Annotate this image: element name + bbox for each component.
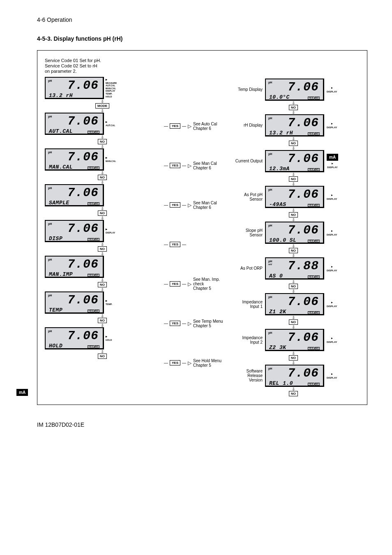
lcd-display: pH 7.06 -49AS YESNO	[265, 186, 324, 208]
lcd-sub-value: HOLD	[49, 343, 62, 349]
lcd-sub-value: 12.3mA	[269, 166, 290, 172]
key-no: NO	[98, 318, 107, 323]
display-tag: DISPLAY	[327, 126, 337, 129]
intro-line: on parameter 2.	[45, 69, 360, 74]
mode-indicator: ▸TEMP.	[106, 299, 112, 305]
display-tag: DISPLAY	[327, 198, 337, 200]
lcd-display: pH 7.06 13.2 rH	[45, 77, 104, 99]
key-no: NO	[289, 355, 298, 361]
lcd-main-value: 7.06	[269, 188, 320, 201]
key-no: NO	[289, 248, 298, 253]
key-yes: YES	[170, 202, 180, 208]
lcd-sub-value: SAMPLE	[49, 200, 69, 206]
lcd-main-value: 7.06	[49, 79, 99, 92]
lcd-sub-value: Z1 2K	[269, 309, 286, 315]
lcd-display: pH 7.06 100.0 SL YESNO	[265, 222, 324, 244]
mode-indicator: ▸DISPLAY	[106, 227, 115, 234]
key-yes: YES	[170, 242, 180, 247]
key-no: NO	[98, 282, 107, 287]
display-tag: DISPLAY	[327, 269, 337, 272]
display-label: Software Release Version	[234, 369, 263, 382]
lcd-main-value: 7.06	[49, 294, 99, 306]
display-tag: DISPLAY	[327, 341, 337, 343]
display-label: rH Display	[234, 123, 263, 127]
key-no: NO	[289, 391, 298, 396]
flowchart-container: Service Code 01 Set for pH. Service Code…	[37, 50, 367, 405]
lcd-display: pH 7.06 TEMP YESNO	[45, 291, 104, 314]
flow-ref: See Man Cal Chapter 6	[193, 201, 217, 210]
lcd-display: pH 7.06 MAN.IMP YESNO	[45, 256, 104, 278]
lcd-display: pH 7.06 DISP YESNO	[45, 220, 104, 242]
lcd-display: pH 7.06 HOLD YESNO	[45, 327, 104, 349]
lcd-sub-value: AUT.CAL	[49, 128, 73, 134]
lcd-main-value: 7.06	[49, 222, 99, 235]
key-yes: YES	[170, 123, 180, 129]
lcd-main-value: 7.06	[49, 330, 99, 342]
lcd-sub-value: 100.0 SL	[269, 237, 296, 243]
lcd-display: pH 7.06 Z1 2K YESNO	[265, 293, 324, 315]
lcd-display: pH 7.06 SAMPLE YESNO	[45, 184, 104, 206]
lcd-main-value: 7.88	[269, 260, 320, 272]
display-tag: DISPLAY	[327, 234, 337, 236]
ma-badge-left: mA	[16, 389, 28, 396]
lcd-main-value: 7.06	[269, 296, 320, 308]
display-tag: DISPLAY	[327, 305, 337, 308]
lcd-main-value: 7.06	[269, 153, 320, 165]
key-yes: YES	[170, 360, 180, 365]
lcd-display: pH 7.06 REL 1.0 YESNO	[265, 365, 324, 387]
lcd-sub-value: Z2 3K	[269, 345, 286, 351]
display-label: Slope pH Sensor	[234, 228, 263, 237]
lcd-sub-value: 10.0°C	[269, 94, 290, 100]
key-no: NO	[98, 210, 107, 216]
key-no: NO	[289, 105, 298, 110]
lcd-main-value: 7.06	[49, 115, 99, 127]
intro-line: Service Code 01 Set for pH.	[45, 58, 360, 63]
flow-ref: See Auto Cal Chapter 6	[193, 122, 217, 131]
page-footer: IM 12B07D02-01E	[37, 421, 367, 428]
key-no: NO	[98, 139, 107, 144]
display-tag: DISPLAY	[327, 377, 337, 379]
lcd-sub-value: MAN.CAL	[49, 164, 73, 170]
flow-ref: See Man. Imp.check Chapter 5	[193, 277, 220, 291]
lcd-sub-value: 13.2 rH	[49, 92, 73, 99]
display-label: Impedance Input 2	[234, 335, 263, 345]
lcd-main-value: 7.06	[269, 331, 320, 344]
flow-ref: See Man Cal Chapter 6	[193, 161, 217, 170]
lcd-main-value: 7.06	[269, 224, 320, 236]
display-tag: DISPLAY	[327, 166, 337, 169]
display-label: As Pot pH Sensor	[234, 192, 263, 201]
page-header: 4-6 Operation	[37, 16, 367, 23]
ma-badge: mA	[327, 154, 338, 161]
lcd-display: pHmV 7.88 AS 0 YESNO	[265, 257, 324, 280]
display-label: As Pot ORP	[234, 266, 263, 271]
lcd-sub-value: TEMP	[49, 307, 62, 313]
lcd-sub-value: MAN.IMP	[49, 271, 73, 278]
display-label: Temp Display	[234, 87, 263, 92]
key-yes: YES	[170, 163, 180, 168]
lcd-main-value: 7.06	[269, 117, 320, 129]
key-no: NO	[98, 246, 107, 252]
lcd-main-value: 7.06	[269, 367, 320, 379]
lcd-main-value: 7.06	[49, 258, 99, 271]
key-no: NO	[289, 176, 298, 182]
lcd-display: pH 7.06 13.2 rH YESNO	[265, 114, 324, 136]
lcd-sub-value: -49AS	[269, 201, 286, 208]
intro-line: Service Code 02 Set to rH	[45, 63, 360, 69]
intro-text: Service Code 01 Set for pH. Service Code…	[45, 58, 360, 74]
flow-ref: See Hold Menu Chapter 5	[193, 358, 221, 368]
lcd-sub-value: 13.2 rH	[269, 130, 293, 136]
right-column: Temp Display pH 7.06 10.0°C YESNO ▸DISPL…	[234, 77, 353, 397]
key-no: NO	[289, 141, 298, 146]
left-column: pH 7.06 13.2 rH ▸MEASUREAUT.CALMAN.CALDI…	[45, 77, 160, 397]
lcd-display: pH 7.06 12.3mA YESNO	[265, 150, 324, 172]
lcd-sub-value: AS 0	[269, 273, 283, 279]
section-title: 4-5-3. Display functions pH (rH)	[37, 35, 367, 42]
mode-indicator: ▸MAN.CAL	[106, 156, 116, 162]
flow-ref: See Temp Menu Chapter 5	[193, 319, 223, 328]
key-no: NO	[289, 319, 298, 325]
lcd-sub-value: DISP	[49, 236, 62, 242]
lcd-display: pH 7.06 MAN.CAL YESNO	[45, 148, 104, 171]
display-label: Current Output	[234, 159, 263, 163]
lcd-main-value: 7.06	[269, 81, 320, 93]
key-yes: YES	[170, 321, 180, 326]
